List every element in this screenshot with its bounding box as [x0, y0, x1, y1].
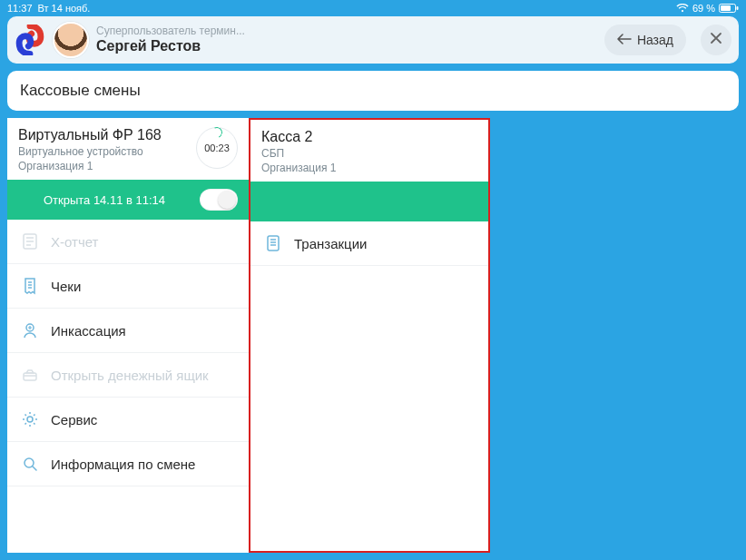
arrow-left-icon: [617, 33, 632, 47]
shift-status-bar-2: [250, 182, 488, 221]
close-button[interactable]: [701, 25, 731, 55]
menu-service-label: Сервис: [51, 412, 97, 427]
close-icon: [710, 32, 722, 48]
register2-sub1: СБП: [261, 147, 477, 160]
collection-icon: [20, 321, 40, 339]
status-time: 11:37: [7, 3, 33, 14]
avatar[interactable]: [53, 22, 89, 58]
svg-rect-5: [24, 373, 36, 380]
menu-shift-info[interactable]: Информация по смене: [7, 442, 249, 486]
app-logo-icon: [15, 25, 45, 55]
register-device: Виртуальное устройство: [18, 145, 189, 158]
register2-title: Касса 2: [261, 129, 477, 145]
register-panel-right: Касса 2 СБП Организация 1 Транзакции: [249, 118, 490, 553]
back-button[interactable]: Назад: [604, 25, 686, 55]
shift-toggle[interactable]: [200, 189, 238, 211]
menu-service[interactable]: Сервис: [7, 398, 249, 442]
receipt-icon: [20, 277, 40, 295]
shift-status-bar: Открыта 14.11 в 11:14: [7, 180, 249, 220]
back-button-label: Назад: [637, 33, 673, 47]
page-title: Кассовые смены: [7, 71, 739, 111]
shift-status-text: Открыта 14.11 в 11:14: [18, 193, 191, 207]
menu-transactions-label: Транзакции: [294, 236, 367, 251]
menu-shift-info-label: Информация по смене: [51, 457, 195, 472]
session-timer-value: 00:23: [204, 142, 230, 153]
svg-point-6: [27, 417, 33, 422]
svg-rect-8: [268, 236, 279, 251]
user-role: Суперпользователь термин...: [96, 25, 245, 38]
menu-x-report: Х-отчет: [7, 220, 249, 264]
gear-icon: [20, 410, 40, 428]
menu-transactions[interactable]: Транзакции: [250, 221, 488, 266]
header-card: Суперпользователь термин... Сергей Ресто…: [7, 16, 739, 64]
battery-percent: 69 %: [692, 3, 715, 14]
battery-icon: [719, 4, 739, 13]
status-date: Вт 14 нояб.: [38, 3, 91, 14]
register-panel-left: Виртуальный ФР 168 Виртуальное устройств…: [7, 118, 249, 553]
drawer-icon: [20, 366, 40, 384]
user-name: Сергей Рестов: [96, 38, 245, 54]
transactions-icon: [263, 234, 283, 252]
register-org: Организация 1: [18, 160, 189, 172]
report-icon: [20, 232, 40, 251]
menu-open-drawer: Открыть денежный ящик: [7, 353, 249, 398]
search-icon: [20, 455, 40, 473]
register2-sub2: Организация 1: [261, 162, 477, 174]
menu-open-drawer-label: Открыть денежный ящик: [51, 368, 209, 383]
svg-rect-2: [737, 6, 739, 10]
menu-cheki-label: Чеки: [51, 279, 81, 294]
register-title: Виртуальный ФР 168: [18, 127, 189, 143]
menu-inkass[interactable]: Инкассация: [7, 309, 249, 353]
menu-cheki[interactable]: Чеки: [7, 264, 249, 309]
svg-rect-1: [721, 5, 731, 11]
status-bar: 11:37 Вт 14 нояб. 69 %: [0, 0, 746, 16]
menu-x-report-label: Х-отчет: [51, 234, 98, 250]
wifi-icon: [676, 4, 689, 13]
session-timer: 00:23: [196, 127, 238, 169]
menu-inkass-label: Инкассация: [51, 323, 126, 339]
